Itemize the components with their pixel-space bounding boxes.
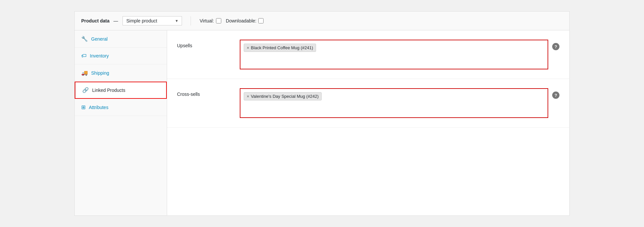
virtual-checkbox[interactable] bbox=[216, 18, 221, 23]
sidebar: 🔧 General 🏷 Inventory 🚚 Shipping 🔗 Linke… bbox=[75, 30, 167, 215]
panel-body: 🔧 General 🏷 Inventory 🚚 Shipping 🔗 Linke… bbox=[75, 30, 569, 215]
tag-icon: 🏷 bbox=[81, 53, 87, 59]
link-icon: 🔗 bbox=[82, 87, 89, 93]
upsells-tag-remove[interactable]: × bbox=[247, 45, 249, 50]
dropdown-arrow-icon: ▼ bbox=[175, 19, 179, 23]
upsells-input-box[interactable]: × Black Printed Coffee Mug (#241) bbox=[240, 40, 548, 69]
sidebar-item-inventory[interactable]: 🏷 Inventory bbox=[75, 48, 167, 64]
sidebar-item-general[interactable]: 🔧 General bbox=[75, 30, 167, 48]
upsells-field-wrapper: × Black Printed Coffee Mug (#241) ? bbox=[240, 40, 559, 69]
crosssells-label: Cross-sells bbox=[177, 88, 230, 97]
upsells-tag: × Black Printed Coffee Mug (#241) bbox=[244, 44, 316, 52]
crosssells-tag-remove[interactable]: × bbox=[247, 94, 249, 99]
crosssells-field-wrapper: × Valentine's Day Special Mug (#242) ? bbox=[240, 88, 559, 118]
product-type-select[interactable]: Simple product ▼ bbox=[123, 16, 182, 25]
crosssells-row: Cross-sells × Valentine's Day Special Mu… bbox=[167, 79, 569, 128]
crosssells-input-box[interactable]: × Valentine's Day Special Mug (#242) bbox=[240, 88, 548, 118]
content-area: Upsells × Black Printed Coffee Mug (#241… bbox=[167, 30, 569, 215]
panel-header: Product data — Simple product ▼ Virtual:… bbox=[75, 12, 569, 30]
upsells-label: Upsells bbox=[177, 40, 230, 48]
downloadable-checkbox[interactable] bbox=[258, 18, 264, 23]
crosssells-help-icon[interactable]: ? bbox=[552, 92, 559, 99]
virtual-checkbox-group[interactable]: Virtual: bbox=[199, 18, 221, 23]
crosssells-tag-name: Valentine's Day Special Mug (#242) bbox=[251, 94, 319, 99]
panel-title: Product data — bbox=[81, 18, 118, 23]
sidebar-item-shipping[interactable]: 🚚 Shipping bbox=[75, 64, 167, 82]
upsells-row: Upsells × Black Printed Coffee Mug (#241… bbox=[167, 30, 569, 79]
sidebar-item-attributes[interactable]: ⊞ Attributes bbox=[75, 99, 167, 116]
truck-icon: 🚚 bbox=[81, 70, 88, 76]
sidebar-item-linked-products[interactable]: 🔗 Linked Products bbox=[75, 82, 167, 99]
crosssells-tag: × Valentine's Day Special Mug (#242) bbox=[244, 92, 322, 100]
divider bbox=[191, 16, 191, 25]
downloadable-checkbox-group[interactable]: Downloadable: bbox=[226, 18, 264, 23]
upsells-tag-name: Black Printed Coffee Mug (#241) bbox=[251, 45, 313, 50]
upsells-help-icon[interactable]: ? bbox=[552, 43, 559, 50]
wrench-icon: 🔧 bbox=[81, 36, 88, 42]
grid-icon: ⊞ bbox=[81, 104, 86, 110]
product-data-panel: Product data — Simple product ▼ Virtual:… bbox=[74, 11, 570, 216]
